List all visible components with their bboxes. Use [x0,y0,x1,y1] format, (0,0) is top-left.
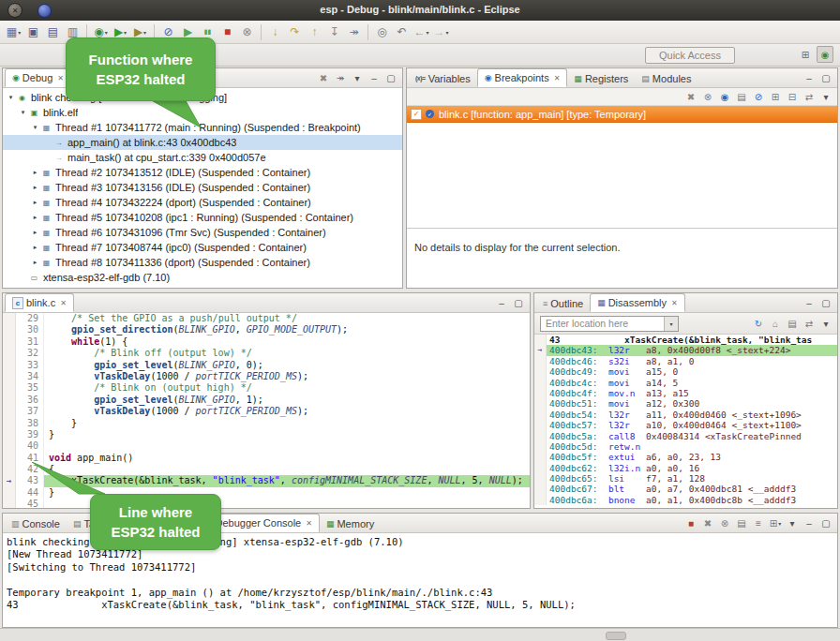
disassembly-row[interactable]: 400dbc54: l32r a11, 0x400d0460 <_stext+1… [534,410,837,420]
code-line[interactable]: 31 while(1) { [3,336,530,348]
search-icon[interactable]: ◎ [373,22,391,41]
step-return-icon[interactable]: ↑ [306,22,323,41]
maximize-icon[interactable]: ▢ [511,295,526,310]
back-icon[interactable]: ←▾ [412,22,430,41]
expand-all-icon[interactable]: ⊞ [768,89,783,104]
collapse-icon[interactable]: ▾ [30,124,40,131]
debug-tree-item[interactable]: ▸▦Thread #6 1073431096 (Tmr Svc) (Suspen… [3,225,402,240]
show-breakpoints-supported-icon[interactable]: ◉ [717,89,732,104]
last-edit-location-icon[interactable]: ↶ [393,22,411,41]
code-line[interactable]: 29 /* Set the GPIO as a push/pull output… [3,313,530,324]
view-menu-icon[interactable]: ▾ [818,89,833,104]
remove-all-launches-icon[interactable]: ⊗ [717,515,732,530]
collapse-icon[interactable]: ▾ [6,94,16,101]
remove-selected-breakpoints-icon[interactable]: ✖ [683,89,698,104]
new-wizard-icon[interactable]: ▦▾ [5,22,22,41]
code-line[interactable]: 33 gpio_set_level(BLINK_GPIO, 0); [3,360,530,371]
minimize-icon[interactable]: – [802,295,817,310]
location-input[interactable]: Enter location here ▾ [540,316,679,332]
expand-icon[interactable]: ▸ [30,184,40,191]
code-line[interactable]: 37 vTaskDelay(1000 / portTICK_PERIOD_MS)… [3,406,530,417]
breakpoint-row[interactable]: ✓ ✓ blink.c [function: app_main] [type: … [407,106,837,123]
tab-variables[interactable]: (x)=Variables [409,69,477,87]
go-to-file-icon[interactable]: ▤ [734,89,749,104]
tab-breakpoints[interactable]: ◉Breakpoints✕ [477,68,568,87]
code-line[interactable]: 34 vTaskDelay(1000 / portTICK_PERIOD_MS)… [3,371,530,382]
minimize-icon[interactable]: – [367,70,382,85]
collapse-icon[interactable]: ▾ [18,109,28,116]
disconnect-icon[interactable]: ⊗ [238,22,256,41]
close-tab-icon[interactable]: ✕ [671,299,678,307]
expand-icon[interactable]: ▸ [30,244,40,251]
disassembly-row[interactable]: 400dbc65: lsi f7, a1, 128 [534,473,837,484]
disassembly-row[interactable]: →400dbc43: l32r a8, 0x400d00f8 <_stext+2… [534,345,837,355]
terminate-icon[interactable]: ■ [683,515,698,530]
expand-icon[interactable]: ▸ [30,259,40,266]
close-tab-icon[interactable]: ✕ [554,74,561,82]
close-tab-icon[interactable]: ✕ [57,74,64,82]
view-menu-icon[interactable]: ▾ [350,70,365,85]
view-menu-icon[interactable]: ▾ [818,316,833,331]
step-over-icon[interactable]: ↷ [286,22,304,41]
debug-tree-item[interactable]: ▸▦Thread #3 1073413156 (IDLE) (Suspended… [3,180,402,195]
debug-tree-item[interactable]: →app_main() at blink.c:43 0x400dbc43 [3,135,402,150]
disassembly-row[interactable]: 400dbc4c: movi a14, 5 [534,378,837,388]
expand-icon[interactable]: ▸ [30,169,40,176]
code-line[interactable]: 36 gpio_set_level(BLINK_GPIO, 1); [3,395,530,406]
disassembly-row[interactable]: 400dbc67: blt a0, a7, 0x400dbc81 <__addd… [534,484,837,494]
disassembly-row[interactable]: 43 xTaskCreate(&blink_task, "blink_tas [534,335,837,345]
tab-debug[interactable]: ◉Debug✕ [5,68,71,87]
debug-perspective-icon[interactable]: ◉ [817,46,833,63]
tab-memory[interactable]: ▦Memory [320,514,381,532]
open-console-icon[interactable]: ⊞▾ [768,515,783,530]
disassembly-row[interactable]: 400dbc46: s32i a8, a1, 0 [534,356,837,366]
minimize-icon[interactable]: – [802,70,817,85]
scroll-lock-icon[interactable]: ≡ [751,515,766,530]
maximize-icon[interactable]: ▢ [818,515,833,530]
disassembly-row[interactable]: 400dbc5f: extui a6, a0, 23, 13 [534,452,837,462]
tab-disassembly[interactable]: ▦Disassembly✕ [590,293,685,312]
code-line[interactable]: 38 } [3,418,530,429]
expand-icon[interactable]: ▸ [30,214,40,221]
disassembly-body[interactable]: 43 xTaskCreate(&blink_task, "blink_tas→4… [534,335,837,508]
expand-icon[interactable]: ▸ [30,229,40,236]
minimize-icon[interactable]: – [494,295,509,310]
code-line[interactable]: 30 gpio_set_direction(BLINK_GPIO, GPIO_M… [3,324,530,335]
drop-to-frame-icon[interactable]: ↧ [325,22,343,41]
close-tab-icon[interactable]: ✕ [60,299,67,307]
disassembly-row[interactable]: 400dbc49: movi a15, 0 [534,366,837,377]
minimize-icon[interactable]: – [802,515,817,530]
save-icon[interactable]: ▣ [24,22,42,41]
maximize-icon[interactable]: ▢ [818,70,833,85]
tab-blink-c[interactable]: c blink.c ✕ [5,293,74,312]
home-icon[interactable]: ⌂ [768,316,783,331]
close-tab-icon[interactable]: ✕ [306,519,312,528]
code-line[interactable]: 40 [3,440,530,452]
debug-tree-item[interactable]: ▸▦Thread #7 1073408744 (ipc0) (Suspended… [3,240,402,255]
debug-tree-item[interactable]: ▸▦Thread #8 1073411336 (dport) (Suspende… [3,255,402,270]
instruction-stepping-icon[interactable]: ↠ [345,22,363,41]
disassembly-row[interactable]: 400dbc57: l32r a10, 0x400d0464 <_stext+1… [534,420,837,430]
forward-icon[interactable]: →▾ [432,22,450,41]
remove-all-terminated-icon[interactable]: ✖ [316,70,331,85]
code-line[interactable]: 32 /* Blink off (output low) */ [3,348,530,359]
tab-registers[interactable]: ▦Registers [567,69,635,87]
tab-outline[interactable]: ≡Outline [536,294,590,312]
debug-tree-item[interactable]: ▸▦Thread #5 1073410208 (ipc1 : Running) … [3,210,402,225]
skip-all-breakpoints-icon[interactable]: ⊘ [751,89,766,104]
disassembly-row[interactable]: 400dbc62: l32i.n a0, a0, 16 [534,463,837,473]
maximize-icon[interactable]: ▢ [383,70,398,85]
disassembly-row[interactable]: 400dbc5d: retw.n [534,441,837,452]
disassembly-row[interactable]: 400dbc51: movi a12, 0x300 [534,398,837,409]
debug-tree-item[interactable]: ▸▦Thread #2 1073413512 (IDLE) (Suspended… [3,165,402,180]
sync-with-debug-icon[interactable]: ⇄ [802,316,817,331]
maximize-icon[interactable]: ▢ [818,295,833,310]
debug-tree-item[interactable]: ▸▦Thread #4 1073432224 (dport) (Suspende… [3,195,402,210]
debug-tree-item[interactable]: ▭xtensa-esp32-elf-gdb (7.10) [3,270,402,285]
code-line[interactable]: 39} [3,429,530,440]
clear-console-icon[interactable]: ▤ [734,515,749,530]
save-all-icon[interactable]: ▤ [44,22,62,41]
collapse-all-icon[interactable]: ⊟ [785,89,800,104]
code-line[interactable]: 35 /* Blink on (output high) */ [3,382,530,394]
remove-launch-icon[interactable]: ✖ [700,515,715,530]
